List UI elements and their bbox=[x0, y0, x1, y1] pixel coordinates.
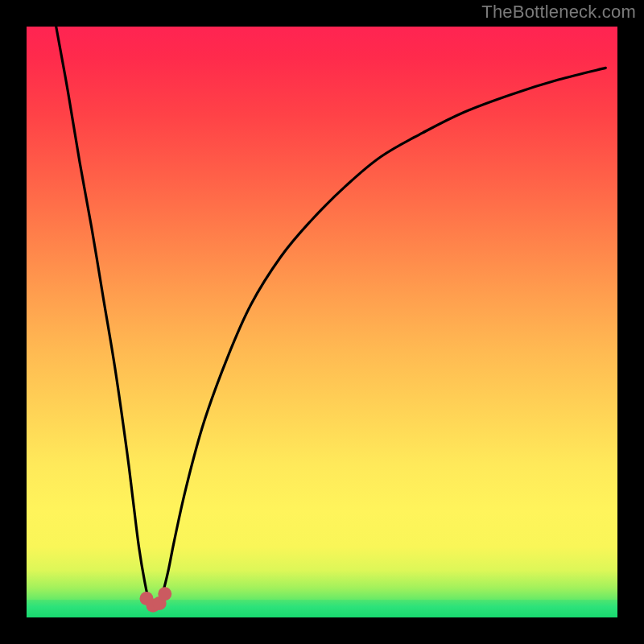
chart-svg bbox=[27, 27, 617, 617]
bottleneck-curve bbox=[56, 27, 606, 607]
curve-minimum-markers bbox=[140, 587, 172, 613]
curve-marker bbox=[158, 587, 171, 601]
watermark-text: TheBottleneck.com bbox=[481, 2, 636, 23]
chart-plot-area bbox=[27, 27, 617, 617]
